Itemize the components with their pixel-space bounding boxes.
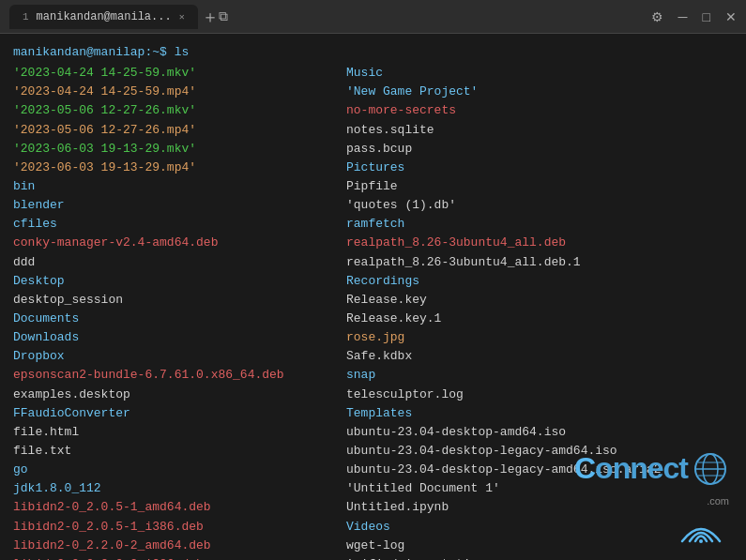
list-item: Templates xyxy=(346,404,733,423)
list-item: bin xyxy=(13,177,346,196)
new-tab-button[interactable]: ＋ xyxy=(202,6,219,28)
logo-globe-icon xyxy=(692,450,729,488)
close-button[interactable]: ✕ xyxy=(725,10,737,23)
list-item: conky-manager-v2.4-amd64.deb xyxy=(13,234,346,252)
list-item: '2023-06-03 19-13-29.mkv' xyxy=(13,140,346,159)
list-item: pass.bcup xyxy=(346,140,733,159)
signal-icon xyxy=(673,515,729,543)
connect-logo: Connect .com xyxy=(574,446,729,543)
list-item: realpath_8.26-3ubuntu4_all.deb xyxy=(346,234,733,252)
tab-number: 1 xyxy=(23,11,29,23)
list-item: notes.sqlite xyxy=(346,121,733,140)
list-item: '2023-04-24 14-25-59.mkv' xyxy=(13,64,346,83)
list-item: '2023-05-06 12-27-26.mkv' xyxy=(13,101,346,120)
list-item: Release.key xyxy=(346,291,733,310)
list-item: blender xyxy=(13,196,346,215)
list-item: 'wifi driver.txt' xyxy=(346,555,733,560)
logo-text: Connect xyxy=(574,446,688,492)
list-item: rose.jpg xyxy=(346,328,733,347)
list-item: ddd xyxy=(13,253,346,272)
minimize-button[interactable]: ─ xyxy=(678,10,688,23)
ls-column-left: '2023-04-24 14-25-59.mkv''2023-04-24 14-… xyxy=(13,64,346,560)
list-item: Music xyxy=(346,64,733,83)
list-item: ramfetch xyxy=(346,215,733,234)
terminal-area[interactable]: manikandan@manilap:~$ ls '2023-04-24 14-… xyxy=(0,34,746,560)
split-button[interactable]: ⧉ xyxy=(219,8,228,24)
list-item: libidn2-0_2.2.0-2_amd64.deb xyxy=(13,537,346,555)
list-item: file.html xyxy=(13,423,346,442)
list-item: file.txt xyxy=(13,442,346,461)
list-item: jdk1.8.0_112 xyxy=(13,479,346,498)
window-controls: ⚙ ─ □ ✕ xyxy=(651,10,737,23)
list-item: libidn2-0_2.2.0-2_i386.deb xyxy=(13,555,346,560)
list-item: Desktop xyxy=(13,272,346,291)
list-item: 'New Game Project' xyxy=(346,83,733,101)
list-item: libidn2-0_2.0.5-1_i386.deb xyxy=(13,518,346,537)
list-item: Safe.kdbx xyxy=(346,347,733,366)
list-item: go xyxy=(13,461,346,479)
list-item: Recordings xyxy=(346,272,733,291)
list-item: snap xyxy=(346,366,733,385)
tab-close-icon[interactable]: ✕ xyxy=(179,11,185,23)
list-item: Dropbox xyxy=(13,347,346,366)
titlebar: 1 manikandan@manila... ✕ ＋ ⧉ ⚙ ─ □ ✕ xyxy=(0,0,746,34)
list-item: ubuntu-23.04-desktop-amd64.iso xyxy=(346,423,733,442)
list-item: libidn2-0_2.0.5-1_amd64.deb xyxy=(13,498,346,517)
list-item: Downloads xyxy=(13,328,346,347)
list-item: '2023-06-03 19-13-29.mp4' xyxy=(13,159,346,177)
list-item: '2023-04-24 14-25-59.mp4' xyxy=(13,83,346,101)
terminal-tab[interactable]: 1 manikandan@manila... ✕ xyxy=(9,5,198,29)
list-item: Pictures xyxy=(346,159,733,177)
list-item: epsonscan2-bundle-6.7.61.0.x86_64.deb xyxy=(13,366,346,385)
list-item: Release.key.1 xyxy=(346,310,733,328)
list-item: realpath_8.26-3ubuntu4_all.deb.1 xyxy=(346,253,733,272)
list-item: Pipfile xyxy=(346,177,733,196)
logo-container: Connect .com xyxy=(574,446,729,543)
svg-point-5 xyxy=(699,539,703,543)
list-item: cfiles xyxy=(13,215,346,234)
list-item: desktop_session xyxy=(13,291,346,310)
list-item: examples.desktop xyxy=(13,386,346,404)
list-item: telesculptor.log xyxy=(346,386,733,404)
logo-dot-com: .com xyxy=(707,495,729,507)
logo-c-letter: C xyxy=(574,451,595,485)
prompt: manikandan@manilap:~$ ls xyxy=(13,43,733,62)
tab-label: manikandan@manila... xyxy=(37,10,172,23)
list-item: FFaudioConverter xyxy=(13,404,346,423)
settings-button[interactable]: ⚙ xyxy=(651,10,663,23)
list-item: no-more-secrets xyxy=(346,101,733,120)
list-item: '2023-05-06 12-27-26.mp4' xyxy=(13,121,346,140)
maximize-button[interactable]: □ xyxy=(703,10,710,23)
list-item: 'quotes (1).db' xyxy=(346,196,733,215)
list-item: Documents xyxy=(13,310,346,328)
